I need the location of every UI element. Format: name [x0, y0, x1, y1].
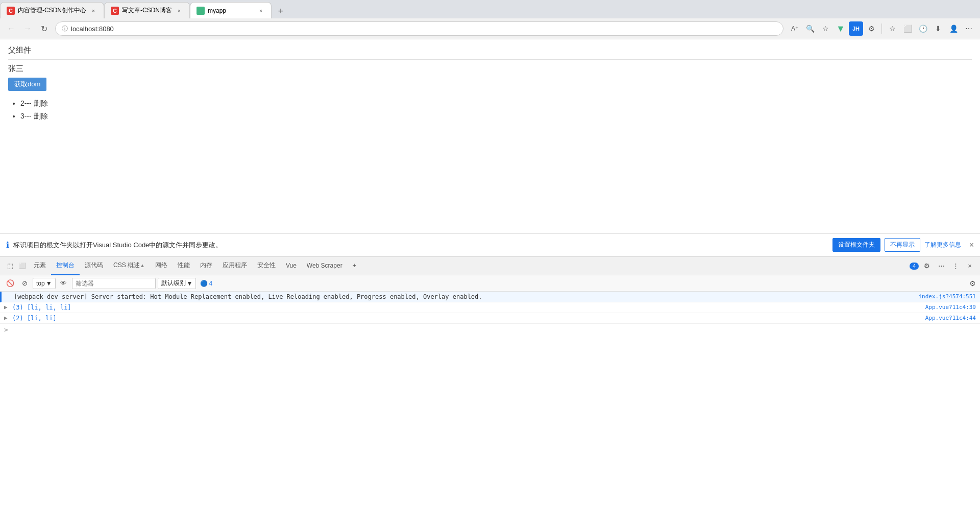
banner-learn-more[interactable]: 了解更多信息 [924, 241, 961, 249]
address-bar[interactable]: ⓘ localhost:8080 [55, 21, 783, 36]
tab-myapp[interactable]: ▼ myapp × [190, 2, 272, 18]
log-level-selector[interactable]: 默认级别 ▼ [158, 278, 197, 289]
badge-count: 4 [209, 280, 212, 287]
console-filter-input[interactable] [72, 278, 156, 289]
tab-memory[interactable]: 内存 [195, 257, 217, 275]
font-icon[interactable]: A⁺ [788, 21, 802, 36]
console-settings-icon[interactable]: ⚙ [969, 279, 976, 288]
tab-security[interactable]: 安全性 [252, 257, 281, 275]
favorites-icon[interactable]: ☆ [885, 21, 899, 36]
security-icon: ⓘ [62, 25, 68, 33]
jhicon[interactable]: JH [849, 21, 863, 36]
tab-close-csdn1[interactable]: × [89, 7, 97, 15]
top-label: top [36, 280, 45, 287]
address-text: localhost:8080 [71, 25, 114, 33]
console-line-webpack: [webpack-dev-server] Server started: Hot… [0, 292, 980, 302]
tab-add[interactable]: + [348, 257, 361, 275]
new-tab-button[interactable]: + [274, 4, 288, 18]
set-folder-button[interactable]: 设置根文件夹 [832, 238, 880, 252]
tab-performance[interactable]: 性能 [173, 257, 195, 275]
user-name: 张三 [8, 64, 972, 74]
tab-source[interactable]: 源代码 [80, 257, 108, 275]
top-context-selector[interactable]: top ▼ [33, 278, 56, 289]
clear-console-button[interactable]: 🚫 [4, 277, 16, 290]
devtools-panel: ⬚ ⬜ 元素 控制台 源代码 CSS 概述 ▲ 网络 性能 内存 应用程序 安全… [0, 256, 980, 523]
tab-memory-label: 内存 [200, 261, 212, 270]
tab-csdn2[interactable]: C 写文章-CSDN博客 × [104, 2, 190, 18]
console-filter-btn[interactable]: ⊘ [18, 277, 31, 290]
tab-vue[interactable]: Vue [281, 257, 302, 275]
error-badge: 4 [910, 263, 919, 270]
level-chevron: ▼ [187, 280, 193, 287]
tab-css-overview[interactable]: CSS 概述 ▲ [108, 257, 150, 275]
tab-csdn1[interactable]: C 内容管理-CSDN创作中心 × [0, 2, 104, 18]
page-content: 父组件 张三 获取dom 2--- 删除 3--- 删除 [0, 39, 980, 233]
tab-console[interactable]: 控制台 [51, 257, 80, 275]
search-icon[interactable]: 🔍 [803, 21, 817, 36]
tab-application[interactable]: 应用程序 [217, 257, 252, 275]
devtools-more-btn[interactable]: ⋮ [949, 260, 962, 272]
expand-icon-array3[interactable]: ▶ [4, 304, 10, 311]
tab-network[interactable]: 网络 [150, 257, 173, 275]
console-prompt[interactable]: > [0, 324, 980, 336]
expand-icon-array2[interactable]: ▶ [4, 315, 10, 321]
devtools-tab-actions: 4 ⚙ ⋯ ⋮ × [909, 260, 976, 272]
collections-icon[interactable]: ⬜ [900, 21, 915, 36]
tab-source-label: 源代码 [85, 261, 103, 270]
toolbar-separator [881, 23, 882, 34]
banner-info-icon: ℹ [6, 240, 9, 250]
refresh-button[interactable]: ↻ [37, 21, 51, 36]
tab-webscraper[interactable]: Web Scraper [302, 257, 348, 275]
tab-close-csdn2[interactable]: × [175, 7, 183, 15]
page-divider [8, 59, 972, 60]
devtools-remote-btn[interactable]: ⋯ [935, 260, 947, 272]
console-line-array2: ▶ (2) [li, li] App.vue?11c4:44 [0, 313, 980, 324]
tab-application-label: 应用程序 [223, 261, 247, 270]
error-count-badge: 🔵 4 [200, 280, 212, 287]
history-icon[interactable]: 🕐 [916, 21, 930, 36]
list-item: 2--- 删除 [20, 97, 972, 110]
console-file-webpack[interactable]: index.js?4574:551 [918, 293, 976, 300]
console-text-webpack: [webpack-dev-server] Server started: Hot… [14, 293, 918, 300]
download-icon[interactable]: ⬇ [931, 21, 945, 36]
devtools-dock-icon[interactable]: ⬚ [4, 260, 16, 272]
forward-button[interactable]: → [20, 21, 35, 36]
console-file-array3[interactable]: App.vue?11c4:39 [925, 304, 976, 311]
tab-title-myapp: myapp [208, 7, 254, 14]
devtools-undock-icon[interactable]: ⬜ [16, 260, 29, 272]
tab-vue-label: Vue [286, 262, 297, 269]
level-label: 默认级别 [161, 279, 186, 288]
devtools-settings-btn[interactable]: ⚙ [921, 260, 933, 272]
tab-network-label: 网络 [155, 261, 167, 270]
no-show-button[interactable]: 不再显示 [885, 238, 920, 252]
profile-icon[interactable]: 👤 [946, 21, 961, 36]
banner-close-button[interactable]: × [969, 241, 974, 250]
tab-elements[interactable]: 元素 [29, 257, 51, 275]
list-item: 3--- 删除 [20, 110, 972, 123]
tab-icon-csdn2: C [111, 7, 119, 15]
console-output: [webpack-dev-server] Server started: Hot… [0, 292, 980, 523]
console-text-array2: (2) [li, li] [12, 315, 57, 322]
tab-title-csdn1: 内容管理-CSDN创作中心 [18, 6, 86, 15]
devtools-close-btn[interactable]: × [964, 260, 976, 272]
list-items: 2--- 删除 3--- 删除 [8, 97, 972, 123]
devtools-toolbar: 🚫 ⊘ top ▼ 👁 默认级别 ▼ 🔵 4 ⚙ [0, 275, 980, 292]
list-item-text-2: 3--- 删除 [20, 112, 48, 120]
tab-title-csdn2: 写文章-CSDN博客 [122, 6, 172, 15]
tab-icon-vue: ▼ [197, 7, 205, 15]
back-button[interactable]: ← [4, 21, 18, 36]
tab-bar: C 内容管理-CSDN创作中心 × C 写文章-CSDN博客 × ▼ myapp… [0, 0, 980, 18]
eye-btn[interactable]: 👁 [58, 277, 70, 290]
console-file-array2[interactable]: App.vue?11c4:44 [925, 315, 976, 321]
console-text-array3: (3) [li, li, li] [12, 304, 71, 311]
get-dom-button[interactable]: 获取dom [8, 78, 46, 91]
tab-performance-label: 性能 [178, 261, 190, 270]
settings-icon[interactable]: ⚙ [864, 21, 878, 36]
page-title: 父组件 [8, 45, 972, 55]
vue-icon[interactable]: ▼ [834, 21, 848, 36]
tab-webscraper-label: Web Scraper [307, 262, 342, 269]
tab-close-myapp[interactable]: × [257, 7, 265, 15]
more-icon[interactable]: ⋯ [962, 21, 976, 36]
star-icon[interactable]: ☆ [818, 21, 832, 36]
tab-icon-csdn1: C [7, 7, 15, 15]
